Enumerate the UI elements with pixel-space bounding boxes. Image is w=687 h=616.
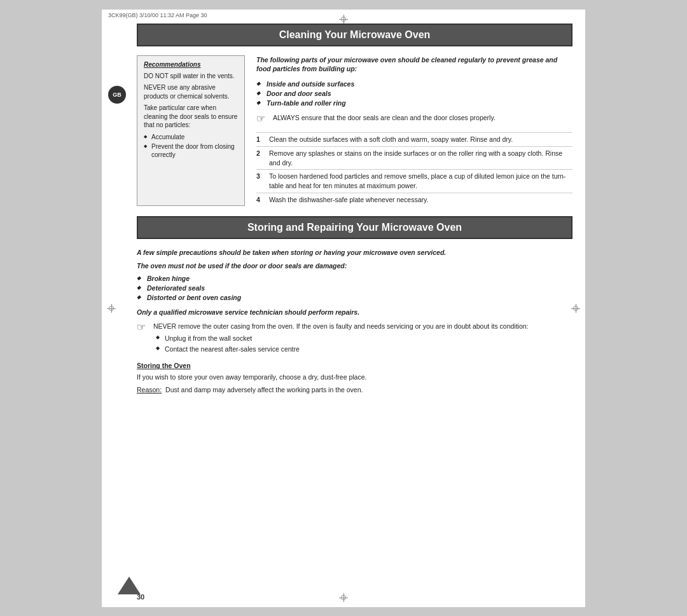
note-icon-2: ☞ [137, 320, 148, 334]
storing-heading: Storing the Oven [137, 362, 572, 369]
sidebar-bullet-2: Prevent the door from closing correctly [144, 142, 238, 159]
reason-label: Reason: [137, 385, 162, 395]
content-area: Cleaning Your Microwave Oven Recommendat… [137, 24, 572, 594]
reg-mark-top [339, 15, 348, 24]
page-container: 3CK99(GB) 3/10/00 11:32 AM Page 30 GB Cl… [102, 10, 585, 607]
section1-bullet-2: Door and door seals [256, 90, 572, 97]
step-num-1: 1 [256, 133, 269, 147]
section1-right: The following parts of your microwave ov… [256, 55, 572, 207]
section2-danger: The oven must not be used if the door or… [137, 261, 572, 271]
section1-note-text: ALWAYS ensure that the door seals are cl… [273, 113, 496, 123]
step-text-1: Clean the outside surfaces with a soft c… [269, 133, 572, 147]
step-num-4: 4 [256, 193, 269, 206]
section1-bullet-1: Inside and outside surfaces [256, 80, 572, 88]
reg-mark-right [571, 304, 580, 313]
triangle-decoration [118, 577, 141, 594]
header-text: 3CK99(GB) 3/10/00 11:32 AM Page 30 [108, 12, 207, 18]
section2-note: ☞ NEVER remove the outer casing from the… [137, 322, 572, 355]
section2-title: Storing and Repairing Your Microwave Ove… [137, 216, 572, 239]
gb-badge: GB [108, 86, 126, 104]
section1-bullet-3: Turn-table and roller ring [256, 99, 572, 107]
section2-intro: A few simple precautions should be taken… [137, 248, 572, 257]
section2-bullets: Broken hinge Deteriorated seals Distorte… [137, 275, 572, 301]
section2-note-bullet-2: Contact the nearest after-sales service … [156, 345, 529, 353]
step-text-2: Remove any splashes or stains on the ins… [269, 146, 572, 169]
reg-mark-left [107, 304, 116, 313]
section1-title: Cleaning Your Microwave Oven [137, 24, 572, 46]
section2-bullet-3: Distorted or bent oven casing [137, 294, 572, 301]
step-num-3: 3 [256, 170, 269, 193]
note-icon-1: ☞ [256, 112, 268, 126]
step-text-4: Wash the dishwasher-safe plate whenever … [269, 193, 572, 206]
steps-table: 1 Clean the outside surfaces with a soft… [256, 132, 572, 206]
section1-bullets: Inside and outside surfaces Door and doo… [256, 80, 572, 107]
step-text-3: To loosen hardened food particles and re… [269, 170, 572, 193]
section1-two-col: Recommendations DO NOT spill water in th… [137, 55, 572, 207]
storing-text: If you wish to store your oven away temp… [137, 373, 572, 382]
reason-row: Reason: Dust and damp may adversely affe… [137, 385, 572, 395]
section2-note-content: NEVER remove the outer casing from the o… [153, 322, 529, 355]
sidebar-para-2: NEVER use any abrasive products or chemi… [144, 83, 238, 100]
sidebar-title: Recommendations [144, 61, 238, 68]
section2-note-bullet-1: Unplug it from the wall socket [156, 334, 529, 343]
sidebar-para-1: DO NOT spill water in the vents. [144, 72, 238, 81]
section1-intro: The following parts of your microwave ov… [256, 55, 572, 74]
step-row-4: 4 Wash the dishwasher-safe plate wheneve… [256, 193, 572, 206]
section2-note-text: NEVER remove the outer casing from the o… [153, 322, 529, 330]
step-row-3: 3 To loosen hardened food particles and … [256, 170, 572, 193]
sidebar-bullet-1: Accumulate [144, 133, 238, 141]
section2-warning: Only a qualified microwave service techn… [137, 308, 572, 317]
step-row-1: 1 Clean the outside surfaces with a soft… [256, 133, 572, 147]
section2-note-bullets: Unplug it from the wall socket Contact t… [156, 334, 529, 353]
step-row-2: 2 Remove any splashes or stains on the i… [256, 146, 572, 169]
reg-mark-bottom [339, 593, 348, 602]
section2-bullet-2: Deteriorated seals [137, 284, 572, 292]
section2-bullet-1: Broken hinge [137, 275, 572, 282]
sidebar-box: Recommendations DO NOT spill water in th… [137, 55, 245, 207]
section1-note: ☞ ALWAYS ensure that the door seals are … [256, 113, 572, 126]
page-number: 30 [137, 593, 144, 601]
sidebar-para-3: Take particular care when cleaning the d… [144, 104, 238, 130]
reason-text: Dust and damp may adversely affect the w… [165, 385, 363, 395]
sidebar-bullets: Accumulate Prevent the door from closing… [144, 133, 238, 159]
step-num-2: 2 [256, 146, 269, 169]
section2: Storing and Repairing Your Microwave Ove… [137, 216, 572, 394]
